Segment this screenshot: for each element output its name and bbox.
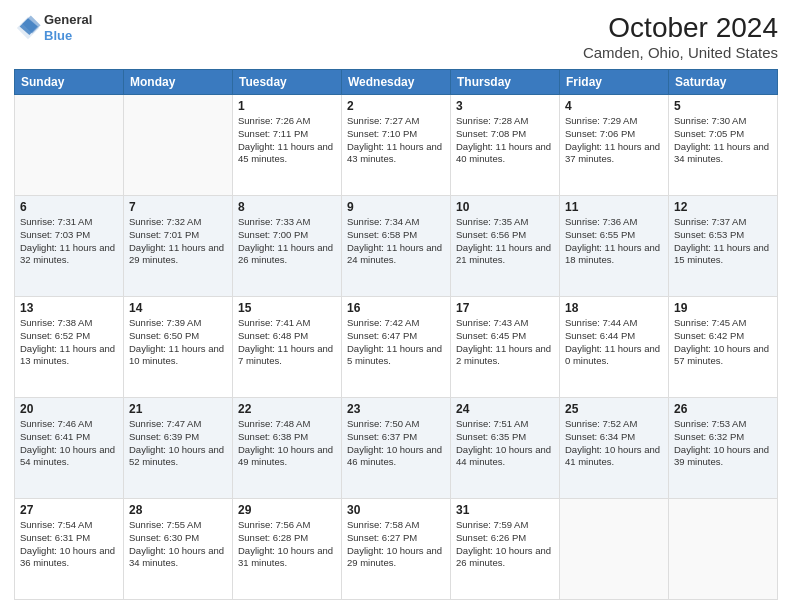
day-number: 31 (456, 503, 554, 517)
calendar-cell: 31Sunrise: 7:59 AMSunset: 6:26 PMDayligh… (451, 499, 560, 600)
logo-icon (14, 14, 42, 42)
calendar-cell: 23Sunrise: 7:50 AMSunset: 6:37 PMDayligh… (342, 398, 451, 499)
calendar-cell (124, 95, 233, 196)
week-row-5: 27Sunrise: 7:54 AMSunset: 6:31 PMDayligh… (15, 499, 778, 600)
header-row: SundayMondayTuesdayWednesdayThursdayFrid… (15, 70, 778, 95)
page: General Blue October 2024 Camden, Ohio, … (0, 0, 792, 612)
calendar-cell: 25Sunrise: 7:52 AMSunset: 6:34 PMDayligh… (560, 398, 669, 499)
calendar-cell: 11Sunrise: 7:36 AMSunset: 6:55 PMDayligh… (560, 196, 669, 297)
day-header-sunday: Sunday (15, 70, 124, 95)
day-header-wednesday: Wednesday (342, 70, 451, 95)
cell-details: Sunrise: 7:43 AMSunset: 6:45 PMDaylight:… (456, 317, 554, 368)
cell-details: Sunrise: 7:44 AMSunset: 6:44 PMDaylight:… (565, 317, 663, 368)
calendar-header: SundayMondayTuesdayWednesdayThursdayFrid… (15, 70, 778, 95)
cell-details: Sunrise: 7:30 AMSunset: 7:05 PMDaylight:… (674, 115, 772, 166)
calendar-cell: 10Sunrise: 7:35 AMSunset: 6:56 PMDayligh… (451, 196, 560, 297)
cell-details: Sunrise: 7:56 AMSunset: 6:28 PMDaylight:… (238, 519, 336, 570)
calendar-cell: 14Sunrise: 7:39 AMSunset: 6:50 PMDayligh… (124, 297, 233, 398)
cell-details: Sunrise: 7:59 AMSunset: 6:26 PMDaylight:… (456, 519, 554, 570)
calendar-cell: 17Sunrise: 7:43 AMSunset: 6:45 PMDayligh… (451, 297, 560, 398)
day-number: 10 (456, 200, 554, 214)
day-number: 1 (238, 99, 336, 113)
day-number: 25 (565, 402, 663, 416)
calendar-title: October 2024 (583, 12, 778, 44)
day-number: 19 (674, 301, 772, 315)
calendar-cell: 26Sunrise: 7:53 AMSunset: 6:32 PMDayligh… (669, 398, 778, 499)
day-number: 21 (129, 402, 227, 416)
day-header-friday: Friday (560, 70, 669, 95)
cell-details: Sunrise: 7:52 AMSunset: 6:34 PMDaylight:… (565, 418, 663, 469)
calendar-cell: 9Sunrise: 7:34 AMSunset: 6:58 PMDaylight… (342, 196, 451, 297)
calendar-cell (669, 499, 778, 600)
calendar-cell: 3Sunrise: 7:28 AMSunset: 7:08 PMDaylight… (451, 95, 560, 196)
day-number: 6 (20, 200, 118, 214)
week-row-1: 1Sunrise: 7:26 AMSunset: 7:11 PMDaylight… (15, 95, 778, 196)
cell-details: Sunrise: 7:41 AMSunset: 6:48 PMDaylight:… (238, 317, 336, 368)
calendar-cell: 18Sunrise: 7:44 AMSunset: 6:44 PMDayligh… (560, 297, 669, 398)
cell-details: Sunrise: 7:27 AMSunset: 7:10 PMDaylight:… (347, 115, 445, 166)
calendar-cell: 13Sunrise: 7:38 AMSunset: 6:52 PMDayligh… (15, 297, 124, 398)
cell-details: Sunrise: 7:55 AMSunset: 6:30 PMDaylight:… (129, 519, 227, 570)
calendar-body: 1Sunrise: 7:26 AMSunset: 7:11 PMDaylight… (15, 95, 778, 600)
cell-details: Sunrise: 7:31 AMSunset: 7:03 PMDaylight:… (20, 216, 118, 267)
cell-details: Sunrise: 7:36 AMSunset: 6:55 PMDaylight:… (565, 216, 663, 267)
day-header-monday: Monday (124, 70, 233, 95)
logo: General Blue (14, 12, 92, 43)
cell-details: Sunrise: 7:51 AMSunset: 6:35 PMDaylight:… (456, 418, 554, 469)
day-number: 4 (565, 99, 663, 113)
cell-details: Sunrise: 7:39 AMSunset: 6:50 PMDaylight:… (129, 317, 227, 368)
day-number: 20 (20, 402, 118, 416)
cell-details: Sunrise: 7:46 AMSunset: 6:41 PMDaylight:… (20, 418, 118, 469)
cell-details: Sunrise: 7:53 AMSunset: 6:32 PMDaylight:… (674, 418, 772, 469)
calendar-cell: 4Sunrise: 7:29 AMSunset: 7:06 PMDaylight… (560, 95, 669, 196)
calendar-cell: 22Sunrise: 7:48 AMSunset: 6:38 PMDayligh… (233, 398, 342, 499)
calendar-cell: 7Sunrise: 7:32 AMSunset: 7:01 PMDaylight… (124, 196, 233, 297)
calendar-cell: 30Sunrise: 7:58 AMSunset: 6:27 PMDayligh… (342, 499, 451, 600)
cell-details: Sunrise: 7:47 AMSunset: 6:39 PMDaylight:… (129, 418, 227, 469)
week-row-3: 13Sunrise: 7:38 AMSunset: 6:52 PMDayligh… (15, 297, 778, 398)
day-number: 2 (347, 99, 445, 113)
day-number: 14 (129, 301, 227, 315)
day-number: 24 (456, 402, 554, 416)
day-number: 26 (674, 402, 772, 416)
day-number: 8 (238, 200, 336, 214)
calendar-cell: 2Sunrise: 7:27 AMSunset: 7:10 PMDaylight… (342, 95, 451, 196)
cell-details: Sunrise: 7:48 AMSunset: 6:38 PMDaylight:… (238, 418, 336, 469)
calendar-cell: 28Sunrise: 7:55 AMSunset: 6:30 PMDayligh… (124, 499, 233, 600)
cell-details: Sunrise: 7:54 AMSunset: 6:31 PMDaylight:… (20, 519, 118, 570)
day-number: 23 (347, 402, 445, 416)
calendar-table: SundayMondayTuesdayWednesdayThursdayFrid… (14, 69, 778, 600)
day-number: 27 (20, 503, 118, 517)
day-number: 30 (347, 503, 445, 517)
logo-line2: Blue (44, 28, 92, 44)
cell-details: Sunrise: 7:26 AMSunset: 7:11 PMDaylight:… (238, 115, 336, 166)
logo-line1: General (44, 12, 92, 28)
day-number: 28 (129, 503, 227, 517)
calendar-cell: 15Sunrise: 7:41 AMSunset: 6:48 PMDayligh… (233, 297, 342, 398)
day-header-thursday: Thursday (451, 70, 560, 95)
calendar-cell: 24Sunrise: 7:51 AMSunset: 6:35 PMDayligh… (451, 398, 560, 499)
cell-details: Sunrise: 7:28 AMSunset: 7:08 PMDaylight:… (456, 115, 554, 166)
cell-details: Sunrise: 7:34 AMSunset: 6:58 PMDaylight:… (347, 216, 445, 267)
cell-details: Sunrise: 7:32 AMSunset: 7:01 PMDaylight:… (129, 216, 227, 267)
calendar-cell (560, 499, 669, 600)
day-number: 15 (238, 301, 336, 315)
cell-details: Sunrise: 7:29 AMSunset: 7:06 PMDaylight:… (565, 115, 663, 166)
day-number: 16 (347, 301, 445, 315)
day-number: 9 (347, 200, 445, 214)
calendar-cell: 16Sunrise: 7:42 AMSunset: 6:47 PMDayligh… (342, 297, 451, 398)
cell-details: Sunrise: 7:38 AMSunset: 6:52 PMDaylight:… (20, 317, 118, 368)
day-number: 5 (674, 99, 772, 113)
day-number: 13 (20, 301, 118, 315)
day-number: 11 (565, 200, 663, 214)
day-header-tuesday: Tuesday (233, 70, 342, 95)
calendar-cell: 29Sunrise: 7:56 AMSunset: 6:28 PMDayligh… (233, 499, 342, 600)
calendar-cell: 6Sunrise: 7:31 AMSunset: 7:03 PMDaylight… (15, 196, 124, 297)
week-row-2: 6Sunrise: 7:31 AMSunset: 7:03 PMDaylight… (15, 196, 778, 297)
calendar-cell (15, 95, 124, 196)
calendar-cell: 20Sunrise: 7:46 AMSunset: 6:41 PMDayligh… (15, 398, 124, 499)
cell-details: Sunrise: 7:42 AMSunset: 6:47 PMDaylight:… (347, 317, 445, 368)
day-number: 17 (456, 301, 554, 315)
calendar-subtitle: Camden, Ohio, United States (583, 44, 778, 61)
week-row-4: 20Sunrise: 7:46 AMSunset: 6:41 PMDayligh… (15, 398, 778, 499)
